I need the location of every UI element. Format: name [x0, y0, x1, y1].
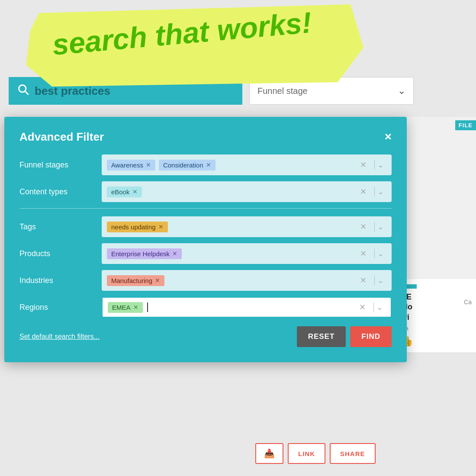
modal-footer: Set default search filters... RESET FIND	[19, 326, 392, 347]
filter-row-industries: Industries Manufacturing ✕ ✕ ⌄	[19, 270, 392, 291]
products-clear[interactable]: ✕	[357, 249, 369, 258]
share-button[interactable]: SHARE	[330, 443, 376, 464]
reset-button[interactable]: RESET	[297, 326, 346, 347]
svg-line-2	[25, 91, 29, 95]
regions-dropdown-btn[interactable]: ⌄	[373, 302, 386, 312]
right-card-1: FILE	[405, 117, 476, 281]
industries-clear[interactable]: ✕	[357, 276, 369, 285]
tags-dropdown-btn[interactable]: ⌄	[374, 222, 386, 232]
filter-row-tags: Tags needs updating ✕ ✕ ⌄	[19, 216, 392, 237]
products-label: Products	[19, 249, 102, 258]
tags-input[interactable]: needs updating ✕ ✕ ⌄	[102, 216, 392, 237]
remove-consideration-chip[interactable]: ✕	[206, 161, 211, 168]
content-types-input[interactable]: eBook ✕ ✕ ⌄	[102, 181, 392, 202]
filter-row-content-types: Content types eBook ✕ ✕ ⌄	[19, 181, 392, 202]
funnel-stages-label: Funnel stages	[19, 161, 102, 170]
advanced-filter-modal: Advanced Filter × Funnel stages Awarenes…	[4, 117, 407, 362]
text-cursor	[147, 302, 148, 312]
chip-ebook[interactable]: eBook ✕	[107, 187, 142, 197]
tags-clear[interactable]: ✕	[357, 222, 369, 232]
regions-clear[interactable]: ✕	[357, 302, 368, 312]
funnel-stages-dropdown-btn[interactable]: ⌄	[374, 160, 386, 170]
close-modal-button[interactable]: ×	[385, 130, 392, 144]
set-default-filters-link[interactable]: Set default search filters...	[19, 333, 100, 341]
bottom-actions: 📥 LINK SHARE	[255, 443, 376, 464]
footer-buttons: RESET FIND	[297, 326, 392, 347]
chip-enterprise-helpdesk[interactable]: Enterprise Helpdesk ✕	[107, 248, 182, 259]
right-card-title: SEMowi	[401, 292, 471, 322]
filter-row-regions: Regions EMEA ✕ ✕ ⌄	[19, 297, 392, 318]
modal-title: Advanced Filter	[19, 130, 104, 144]
remove-emea-chip[interactable]: ✕	[133, 304, 138, 311]
regions-input[interactable]: EMEA ✕ ✕ ⌄	[102, 297, 392, 318]
download-icon: 📥	[264, 449, 275, 458]
remove-awareness-chip[interactable]: ✕	[146, 161, 151, 168]
remove-enterprise-helpdesk-chip[interactable]: ✕	[172, 250, 177, 257]
modal-header: Advanced Filter ×	[19, 130, 392, 144]
chip-consideration[interactable]: Consideration ✕	[159, 160, 215, 170]
filter-row-funnel-stages: Funnel stages Awareness ✕ Consideration …	[19, 154, 392, 175]
like-icon[interactable]: 👍	[401, 336, 471, 347]
chip-manufacturing[interactable]: Manufacturing ✕	[107, 275, 164, 286]
industries-input[interactable]: Manufacturing ✕ ✕ ⌄	[102, 270, 392, 291]
content-types-dropdown-btn[interactable]: ⌄	[374, 187, 386, 196]
remove-needs-updating-chip[interactable]: ✕	[158, 223, 164, 230]
funnel-stages-input[interactable]: Awareness ✕ Consideration ✕ ✕ ⌄	[102, 154, 392, 175]
svg-point-1	[19, 85, 26, 92]
file-badge: FILE	[455, 120, 476, 130]
right-card-2: SEMowi Ca 👍	[396, 279, 476, 352]
remove-ebook-chip[interactable]: ✕	[132, 188, 138, 195]
link-button[interactable]: LINK	[288, 443, 325, 464]
content-types-clear[interactable]: ✕	[357, 187, 369, 196]
products-input[interactable]: Enterprise Helpdesk ✕ ✕ ⌄	[102, 243, 392, 264]
splash-annotation: search that works!	[26, 4, 363, 91]
content-types-label: Content types	[19, 187, 102, 196]
filter-divider	[19, 208, 392, 209]
partial-label: Ca	[464, 299, 472, 306]
chip-needs-updating[interactable]: needs updating ✕	[107, 222, 168, 232]
regions-label: Regions	[19, 303, 102, 312]
remove-manufacturing-chip[interactable]: ✕	[155, 277, 160, 284]
download-button[interactable]: 📥	[255, 443, 283, 464]
chevron-down-icon: ⌄	[398, 85, 405, 96]
industries-dropdown-btn[interactable]: ⌄	[374, 276, 386, 285]
filter-row-products: Products Enterprise Helpdesk ✕ ✕ ⌄	[19, 243, 392, 264]
tags-label: Tags	[19, 222, 102, 232]
industries-label: Industries	[19, 276, 102, 285]
funnel-stages-clear[interactable]: ✕	[357, 160, 369, 170]
chip-awareness[interactable]: Awareness ✕	[107, 160, 155, 170]
chip-emea[interactable]: EMEA ✕	[108, 302, 143, 313]
right-card-subtitle: Ca	[401, 325, 471, 331]
products-dropdown-btn[interactable]: ⌄	[374, 249, 386, 258]
find-button[interactable]: FIND	[350, 326, 392, 347]
